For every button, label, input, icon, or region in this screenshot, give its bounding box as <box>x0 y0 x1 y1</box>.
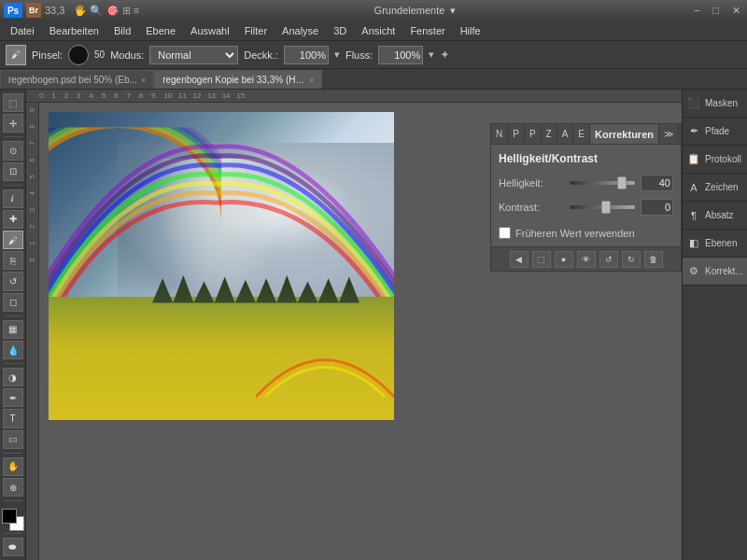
right-icon-0: ⬛ <box>686 96 701 111</box>
text-tool[interactable]: T <box>3 409 23 427</box>
panel-back-btn[interactable]: ◀ <box>510 251 529 268</box>
deckk-input[interactable] <box>284 46 329 64</box>
gradient-tool[interactable]: ▦ <box>3 320 23 339</box>
maximize-button[interactable]: □ <box>710 5 722 17</box>
modus-select[interactable]: Normal Multiplizieren Abblenden <box>149 46 238 64</box>
blur-tool[interactable]: 💧 <box>3 341 23 359</box>
kontrast-row: Kontrast: <box>499 199 673 216</box>
panel-tab-a[interactable]: A <box>557 124 574 144</box>
right-icon-3: A <box>686 180 701 195</box>
kontrast-input[interactable] <box>641 199 673 216</box>
eraser-tool[interactable]: ◻ <box>3 293 23 312</box>
ruler-horizontal: 0 1 2 3 4 5 6 7 8 9 10 11 12 13 14 15 <box>26 90 682 103</box>
fluss-input[interactable] <box>378 46 423 64</box>
color-swatches[interactable] <box>2 509 24 529</box>
panel-tab-p[interactable]: P <box>508 124 525 144</box>
title-bar-controls: − □ ✕ <box>691 5 743 17</box>
frueheren-wert-checkbox[interactable] <box>499 227 511 239</box>
crop-tool[interactable]: ⊡ <box>3 162 23 181</box>
tab-0-title: regenbogen.psd bei 50% (Eb... <box>8 75 137 85</box>
right-panel-item-4[interactable]: ¶Absatz <box>683 202 747 230</box>
fg-color-swatch[interactable] <box>2 509 17 524</box>
menu-item-fenster[interactable]: Fenster <box>403 23 451 38</box>
right-label-3: Zeichen <box>705 182 739 192</box>
menu-bar: DateiBearbeitenBildEbeneAuswahlFilterAna… <box>0 21 747 41</box>
right-icon-6: ⚙ <box>686 264 701 279</box>
right-label-5: Ebenen <box>705 238 737 248</box>
tabs-bar: regenbogen.psd bei 50% (Eb... × regenbog… <box>0 69 747 90</box>
tab-1[interactable]: regenbogen Kopie bei 33,3% (Helligkeit/K… <box>154 70 322 89</box>
menu-item-bild[interactable]: Bild <box>107 23 137 38</box>
brush-tool-button[interactable]: 🖌 <box>6 45 26 65</box>
right-panel-item-3[interactable]: AZeichen <box>683 174 747 202</box>
brush-tool[interactable]: 🖌 <box>3 231 23 249</box>
panel-delete-btn[interactable]: 🗑 <box>644 251 663 268</box>
panel-tab-p2[interactable]: P <box>525 124 542 144</box>
kontrast-thumb[interactable] <box>601 201 611 214</box>
kontrast-label: Kontrast: <box>499 202 564 213</box>
helligkeit-slider[interactable] <box>570 181 635 185</box>
right-panel-item-1[interactable]: ✒Pfade <box>683 118 747 146</box>
panel-tabs: N P P Z A E Korrekturen ≫ ≡ <box>491 124 681 145</box>
helligkeit-thumb[interactable] <box>617 176 627 189</box>
zoom-tool[interactable]: ⊕ <box>3 478 23 497</box>
close-button[interactable]: ✕ <box>729 5 743 17</box>
deckk-arrow[interactable]: ▾ <box>334 49 340 61</box>
eyedropper-tool[interactable]: 𝒊 <box>3 189 23 208</box>
panel-redo-btn[interactable]: ↻ <box>622 251 641 268</box>
panel-clip-btn[interactable]: ⬚ <box>532 251 551 268</box>
panel-tab-expand[interactable]: ≫ <box>659 124 679 144</box>
menu-item-bearbeiten[interactable]: Bearbeiten <box>43 23 106 38</box>
move-tool[interactable]: ✛ <box>3 114 23 133</box>
shape-tool[interactable]: ▭ <box>3 430 23 449</box>
clone-tool[interactable]: ⎘ <box>3 251 23 270</box>
rainbow-bottom-svg <box>256 297 394 405</box>
panel-tab-menu[interactable]: ≡ <box>679 124 681 144</box>
brush-preview[interactable] <box>68 45 89 65</box>
tab-0[interactable]: regenbogen.psd bei 50% (Eb... × <box>0 70 154 89</box>
right-icon-2: 📋 <box>686 152 701 167</box>
menu-item-auswahl[interactable]: Auswahl <box>184 23 236 38</box>
panel-tab-z[interactable]: Z <box>542 124 557 144</box>
menu-item-analyse[interactable]: Analyse <box>275 23 325 38</box>
menu-item-hilfe[interactable]: Hilfe <box>454 23 487 38</box>
tab-0-close[interactable]: × <box>141 76 146 85</box>
menu-item-ansicht[interactable]: Ansicht <box>355 23 402 38</box>
right-label-6: Korrekt... <box>705 266 743 276</box>
title-zoom: 33,3 <box>45 5 64 16</box>
menu-item-filter[interactable]: Filter <box>238 23 274 38</box>
ps-logo: Ps <box>4 3 22 18</box>
right-panel-item-0[interactable]: ⬛Masken <box>683 90 747 118</box>
helligkeit-input[interactable] <box>641 175 673 191</box>
history-tool[interactable]: ↺ <box>3 272 23 290</box>
panel-undo-btn[interactable]: ↺ <box>599 251 618 268</box>
tab-1-close[interactable]: × <box>309 76 314 85</box>
quick-mask-tool[interactable]: ⬬ <box>3 538 23 556</box>
pen-tool[interactable]: ✒ <box>3 388 23 407</box>
canvas-image <box>49 112 394 420</box>
dodge-tool[interactable]: ◑ <box>3 368 23 386</box>
panel-eye-btn[interactable]: 👁 <box>577 251 596 268</box>
panel-tab-n[interactable]: N <box>491 124 508 144</box>
workspace-dropdown-icon[interactable]: ▾ <box>450 5 456 17</box>
fluss-arrow[interactable]: ▾ <box>429 49 434 61</box>
heal-tool[interactable]: ✚ <box>3 210 23 229</box>
menu-item-3d[interactable]: 3D <box>327 23 353 38</box>
hand-tool[interactable]: ✋ <box>3 457 23 476</box>
title-bar-left: Ps Br 33,3 🖐 🔍 🎯 ⊞ ≡ <box>4 3 139 18</box>
selection-tool[interactable]: ⬚ <box>3 93 23 112</box>
minimize-button[interactable]: − <box>691 5 702 17</box>
tab-1-title: regenbogen Kopie bei 33,3% (Helligkeit/K… <box>162 75 305 85</box>
panel-visibility-btn[interactable]: ● <box>555 251 573 268</box>
right-panel-item-2[interactable]: 📋Protokoll <box>683 146 747 174</box>
ruler-vertical: 0 1 2 3 4 5 6 7 8 9 <box>26 103 39 560</box>
panel-tab-korrekturen[interactable]: Korrekturen <box>590 124 659 144</box>
menu-item-datei[interactable]: Datei <box>4 23 41 38</box>
panel-tab-e[interactable]: E <box>573 124 590 144</box>
airbrush-icon[interactable]: ✦ <box>440 48 450 62</box>
right-panel-item-5[interactable]: ◧Ebenen <box>683 230 747 258</box>
right-panel-item-6[interactable]: ⚙Korrekt... <box>683 258 747 286</box>
kontrast-slider[interactable] <box>570 205 635 209</box>
lasso-tool[interactable]: ⊙ <box>3 141 23 160</box>
menu-item-ebene[interactable]: Ebene <box>139 23 182 38</box>
